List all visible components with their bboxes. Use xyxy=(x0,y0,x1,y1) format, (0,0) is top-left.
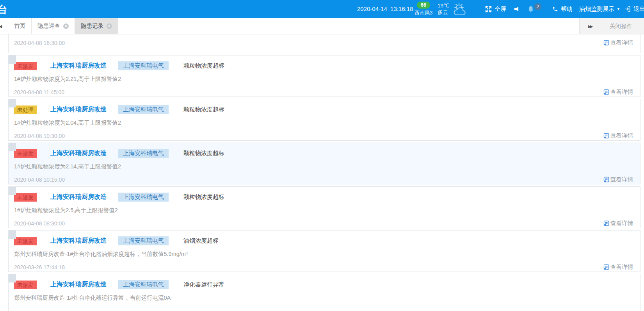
hazard-type: 净化器运行异常 xyxy=(183,281,224,288)
hazard-description: 1#炉灶颗粒物浓度为2.5,高于上限报警值2 xyxy=(14,207,633,214)
logout-label: 退出 xyxy=(633,5,644,13)
tab-scroll-right-icon[interactable]: ▶▶ xyxy=(588,24,604,29)
help-label: 帮助 xyxy=(561,5,573,13)
notifications-button[interactable] xyxy=(528,0,534,18)
card-footer: 2020-04-08 08:30:00 查看详情 xyxy=(14,220,633,227)
hazard-description: 1#炉灶颗粒物浓度为2.14,高于上限报警值2 xyxy=(14,163,633,170)
chevron-down-icon: ▼ xyxy=(617,7,620,11)
org-badge: 上海安科瑞电气 xyxy=(118,236,169,245)
view-details-link[interactable]: 查看详情 xyxy=(603,88,633,96)
notification-count-badge[interactable]: 2 xyxy=(534,3,541,10)
weather-label: 多云 xyxy=(438,9,449,16)
hazard-type: 颗粒物浓度超标 xyxy=(183,150,224,157)
details-icon xyxy=(603,133,609,139)
tab-close-icon[interactable]: ✕ xyxy=(63,23,69,29)
app-switcher-label: 油烟监测展示 xyxy=(579,5,614,13)
tab-close-icon[interactable]: ✕ xyxy=(107,23,112,29)
status-badge: 未派发 xyxy=(14,193,37,202)
details-icon xyxy=(603,40,609,46)
tab-home[interactable]: 首页 xyxy=(8,18,32,34)
view-details-link[interactable]: 查看详情 xyxy=(603,176,633,183)
project-link[interactable]: 上海安科瑞厨房改造 xyxy=(50,193,107,201)
status-badge: 未派发 xyxy=(14,149,37,158)
details-icon xyxy=(603,89,609,95)
tab-label: 隐患巡查 xyxy=(37,22,60,30)
card-corner-decoration xyxy=(9,55,16,64)
status-badge: 未处理 xyxy=(14,105,37,114)
project-link[interactable]: 上海安科瑞厨房改造 xyxy=(50,149,107,157)
view-details-link[interactable]: 查看详情 xyxy=(603,220,633,227)
card-header-row: 未派发 上海安科瑞厨房改造 上海安科瑞电气 颗粒物浓度超标 xyxy=(14,149,633,158)
project-link[interactable]: 上海安科瑞厨房改造 xyxy=(50,105,107,114)
project-link[interactable]: 上海安科瑞厨房改造 xyxy=(50,237,107,245)
tab-label: 隐患记录 xyxy=(81,22,103,30)
logout-icon xyxy=(624,6,631,12)
app-switcher-dropdown[interactable]: 油烟监测展示 ▼ xyxy=(579,0,620,18)
weather-icon xyxy=(451,2,468,17)
view-details-link[interactable]: 查看详情 xyxy=(603,39,633,46)
logout-button[interactable]: 退出 xyxy=(624,0,644,18)
details-icon xyxy=(603,177,609,182)
hazard-card: 未派发 上海安科瑞厨房改造 上海安科瑞电气 净化器运行异常 郑州安科瑞厨房改造-… xyxy=(8,274,640,311)
tab-bar: ◀ 首页 隐患巡查 ✕ 隐患记录 ✕ ▶▶ 关闭操作 xyxy=(0,18,644,34)
hazard-type: 油烟浓度超标 xyxy=(183,237,219,245)
status-badge: 未派发 xyxy=(14,62,37,70)
card-header-row: 未派发 上海安科瑞厨房改造 上海安科瑞电气 净化器运行异常 xyxy=(14,280,633,289)
tab-hazard-records[interactable]: 隐患记录 ✕ xyxy=(75,18,118,34)
card-footer: 2020-04-08 16:30:00 查看详情 xyxy=(14,39,633,46)
hazard-type: 颗粒物浓度超标 xyxy=(183,106,224,113)
hazard-type: 颗粒物浓度超标 xyxy=(183,193,224,201)
top-header: 台 2020-04-14 13:16:18 66 西南风3 19℃ 多云 全屏 xyxy=(0,0,644,18)
tabs-group: 首页 隐患巡查 ✕ 隐患记录 ✕ xyxy=(8,18,118,34)
details-icon xyxy=(603,264,609,270)
wind-label: 西南风3 xyxy=(410,9,437,16)
card-footer: 2020-04-08 10:30:00 查看详情 xyxy=(14,132,633,139)
view-details-link[interactable]: 查看详情 xyxy=(603,263,633,271)
speaker-icon xyxy=(514,6,519,12)
hazard-card-highlighted: 未派发 上海安科瑞厨房改造 上海安科瑞电气 颗粒物浓度超标 1#炉灶颗粒物浓度为… xyxy=(8,143,640,184)
view-details-link[interactable]: 查看详情 xyxy=(603,132,633,139)
hazard-card: 未派发 上海安科瑞厨房改造 上海安科瑞电气 油烟浓度超标 郑州安科瑞厨房改造-1… xyxy=(8,230,640,272)
fullscreen-icon xyxy=(485,6,492,13)
card-corner-decoration xyxy=(9,187,16,195)
org-badge: 上海安科瑞电气 xyxy=(118,105,169,114)
hazard-card: 未处理 上海安科瑞厨房改造 上海安科瑞电气 颗粒物浓度超标 1#炉灶颗粒物浓度为… xyxy=(8,99,640,141)
hazard-description: 1#炉灶颗粒物浓度为2.04,高于上限报警值2 xyxy=(14,119,633,127)
status-badge: 未派发 xyxy=(14,281,37,289)
bell-icon xyxy=(528,6,534,13)
org-badge: 上海安科瑞电气 xyxy=(118,61,169,70)
project-link[interactable]: 上海安科瑞厨房改造 xyxy=(50,281,107,289)
hazard-card-partial: 2020-04-08 16:30:00 查看详情 xyxy=(8,34,640,53)
hazard-description: 郑州安科瑞厨房改造-1#灶台净化器运行异常，当前运行电流0A xyxy=(14,294,633,302)
hazard-description: 郑州安科瑞厨房改造-1#灶台净化器油烟浓度超标，当前数值5.9mg/m³ xyxy=(14,250,633,258)
status-badge: 未派发 xyxy=(14,237,37,245)
tab-hazard-inspection[interactable]: 隐患巡查 ✕ xyxy=(32,18,75,34)
card-corner-decoration xyxy=(9,231,16,239)
divider xyxy=(604,18,604,34)
header-datetime: 2020-04-14 13:16:18 xyxy=(357,5,413,12)
tab-scroll-left-icon[interactable]: ◀ xyxy=(0,18,2,34)
card-footer: 2020-03-26 17:44:18 查看详情 xyxy=(14,263,633,271)
fullscreen-button[interactable]: 全屏 xyxy=(485,0,506,18)
org-badge: 上海安科瑞电气 xyxy=(118,149,169,158)
record-time: 2020-04-08 16:30:00 xyxy=(14,40,65,46)
tab-label: 首页 xyxy=(14,22,25,30)
record-time: 2020-04-08 10:15:00 xyxy=(14,177,65,183)
card-header-row: 未派发 上海安科瑞厨房改造 上海安科瑞电气 颗粒物浓度超标 xyxy=(14,61,633,70)
hazard-record-list: 2020-04-08 16:30:00 查看详情 未派发 上海安科瑞厨房改造 上… xyxy=(8,34,640,311)
app-logo: 台 xyxy=(0,3,7,16)
mute-button[interactable] xyxy=(514,0,519,18)
help-button[interactable]: 帮助 xyxy=(552,0,573,18)
card-header-row: 未处理 上海安科瑞厨房改造 上海安科瑞电气 颗粒物浓度超标 xyxy=(14,105,633,114)
card-corner-decoration xyxy=(9,99,16,107)
temperature-group: 19℃ 多云 xyxy=(438,2,449,16)
hazard-description: 1#炉灶颗粒物浓度为2.21,高于上限报警值2 xyxy=(14,75,633,83)
card-corner-decoration xyxy=(9,274,16,282)
project-link[interactable]: 上海安科瑞厨房改造 xyxy=(50,62,107,70)
close-operations-dropdown[interactable]: 关闭操作 xyxy=(610,23,632,30)
phone-icon xyxy=(552,6,558,12)
record-time: 2020-04-08 10:30:00 xyxy=(14,133,65,139)
card-footer: 2020-04-08 10:15:00 查看详情 xyxy=(14,176,633,183)
aqi-badge: 66 xyxy=(417,2,430,9)
aqi-wind-group: 66 西南风3 xyxy=(410,1,437,16)
